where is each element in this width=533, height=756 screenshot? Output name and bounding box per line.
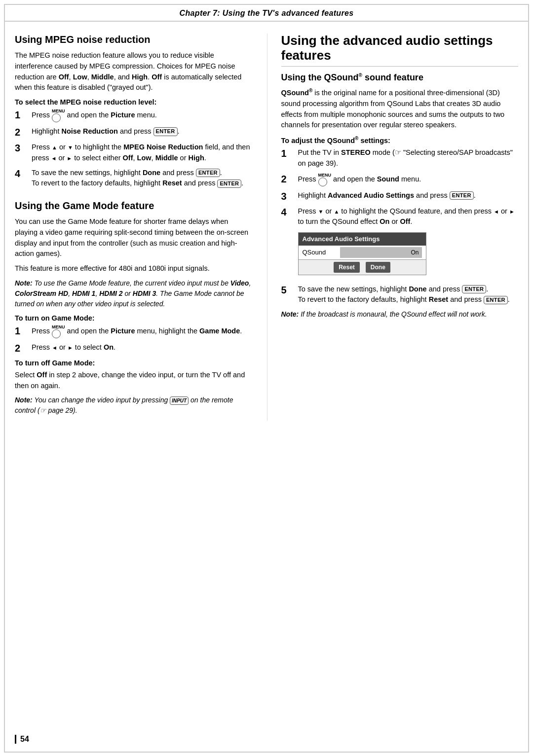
menu-button-icon-game: MENU (52, 325, 65, 338)
page-number-text: 54 (20, 735, 29, 743)
enter-button-icon-2: ENTER (196, 169, 220, 177)
menu-circle-icon-qsound (318, 178, 327, 186)
qsound-section-title: Using the QSound® sound feature (281, 72, 519, 83)
mpeg-step-1: 1 Press MENU and open the Picture menu. (15, 109, 252, 122)
menu-button-icon-qsound: MENU (318, 173, 332, 186)
game-mode-section-title: Using the Game Mode feature (15, 200, 252, 212)
qsound-value: On (340, 247, 421, 258)
mpeg-step-4: 4 To save the new settings, highlight Do… (15, 168, 252, 189)
qsound-step-1: 1 Put the TV in STEREO mode (☞ "Selectin… (281, 147, 519, 169)
page-number: 54 (15, 735, 29, 744)
audio-table-row: QSound On (299, 246, 426, 259)
mpeg-step-2: 2 Highlight Noise Reduction and press EN… (15, 126, 252, 138)
audio-table-header: Advanced Audio Settings (299, 233, 426, 246)
enter-button-qsound-save: ENTER (462, 285, 486, 293)
qsound-intro: QSound® is the original name for a posit… (281, 87, 519, 131)
mpeg-intro: The MPEG noise reduction feature allows … (15, 50, 252, 93)
enter-button-icon-3: ENTER (217, 180, 241, 188)
qsound-step-5: 5 To save the new settings, highlight Do… (281, 284, 519, 306)
game-on-subheading: To turn on Game Mode: (15, 314, 252, 322)
menu-circle-icon-game (52, 329, 61, 338)
audio-table-buttons: Reset Done (299, 259, 426, 275)
mpeg-subheading: To select the MPEG noise reduction level… (15, 98, 252, 106)
qsound-step-2: 2 Press MENU and open the Sound menu. (281, 173, 519, 186)
mpeg-steps: 1 Press MENU and open the Picture menu. … (15, 109, 252, 189)
main-content: Using MPEG noise reduction The MPEG nois… (5, 22, 528, 432)
qsound-subheading: To adjust the QSound® settings: (281, 136, 519, 144)
input-button-icon: INPUT (170, 396, 189, 405)
game-on-step-2: 2 Press or to select On. (15, 342, 252, 354)
qsound-step-4: 4 Press or to highlight the QSound featu… (281, 206, 519, 280)
page-border: Chapter 7: Using the TV's advanced featu… (4, 4, 529, 753)
enter-button-qsound: ENTER (450, 191, 474, 200)
game-off-body: Select Off in step 2 above, change the v… (15, 370, 252, 392)
audio-done-button[interactable]: Done (366, 262, 390, 273)
game-on-step-1: 1 Press MENU and open the Picture menu, … (15, 325, 252, 338)
right-column: Using the advanced audio settings featur… (267, 34, 519, 421)
qsound-label: QSound (303, 248, 341, 257)
game-on-steps: 1 Press MENU and open the Picture menu, … (15, 325, 252, 354)
menu-button-icon: MENU (52, 109, 65, 122)
advanced-audio-title: Using the advanced audio settings featur… (281, 34, 519, 63)
game-off-subheading: To turn off Game Mode: (15, 359, 252, 367)
qsound-step-3: 3 Highlight Advanced Audio Settings and … (281, 190, 519, 202)
qsound-note: Note: If the broadcast is monaural, the … (281, 309, 519, 320)
audio-reset-button[interactable]: Reset (334, 262, 360, 273)
left-column: Using MPEG noise reduction The MPEG nois… (15, 34, 252, 421)
enter-button-qsound-reset: ENTER (484, 296, 508, 304)
enter-button-icon: ENTER (153, 127, 178, 136)
section-divider (281, 66, 519, 67)
game-mode-intro1: You can use the Game Mode feature for sh… (15, 216, 252, 259)
menu-circle-icon (52, 113, 61, 122)
game-mode-intro2: This feature is more effective for 480i … (15, 263, 252, 274)
mpeg-step-3: 3 Press or to highlight the MPEG Noise R… (15, 142, 252, 164)
qsound-steps: 1 Put the TV in STEREO mode (☞ "Selectin… (281, 147, 519, 305)
game-mode-note1: Note: To use the Game Mode feature, the … (15, 278, 252, 309)
audio-settings-table: Advanced Audio Settings QSound On Reset … (298, 232, 426, 275)
chapter-header: Chapter 7: Using the TV's advanced featu… (5, 5, 528, 22)
game-off-note: Note: You can change the video input by … (15, 395, 252, 416)
header-title: Chapter 7: Using the TV's advanced featu… (180, 9, 354, 17)
mpeg-section-title: Using MPEG noise reduction (15, 34, 252, 45)
